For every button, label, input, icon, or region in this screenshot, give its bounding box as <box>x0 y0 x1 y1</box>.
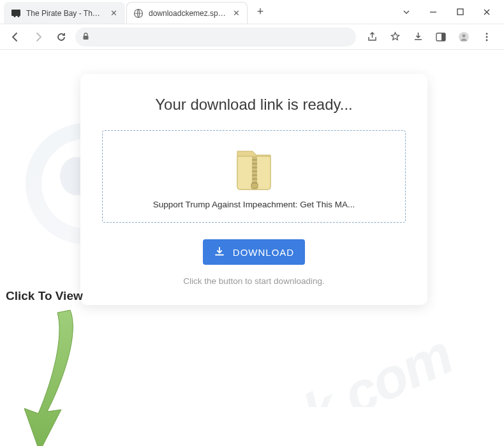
svg-rect-8 <box>441 33 445 41</box>
svg-text:isk.com: isk.com <box>253 322 461 407</box>
svg-rect-21 <box>252 163 257 165</box>
menu-icon[interactable] <box>480 30 494 44</box>
browser-titlebar: The Pirate Bay - The galaxy's mo... ✕ do… <box>0 0 504 24</box>
svg-rect-24 <box>252 174 257 176</box>
favicon-globe <box>133 8 144 19</box>
browser-toolbar <box>0 24 504 50</box>
svg-point-10 <box>462 34 465 37</box>
tab-strip: The Pirate Bay - The galaxy's mo... ✕ do… <box>0 0 389 24</box>
tab-download-page[interactable]: downloadckemez.space/9/?7fk8... ✕ <box>126 2 248 24</box>
lock-icon <box>82 32 90 42</box>
svg-rect-6 <box>84 36 89 40</box>
toolbar-actions <box>361 30 498 44</box>
download-icon[interactable] <box>411 30 425 44</box>
profile-icon[interactable] <box>457 30 471 44</box>
forward-button[interactable] <box>29 28 47 46</box>
close-icon[interactable]: ✕ <box>232 9 241 18</box>
download-card: Your download link is ready... Support <box>80 74 427 305</box>
svg-rect-23 <box>252 170 257 172</box>
share-icon[interactable] <box>365 30 379 44</box>
close-icon[interactable]: ✕ <box>109 9 118 18</box>
svg-point-1 <box>14 15 16 17</box>
download-button-label: DOWNLOAD <box>233 247 294 258</box>
svg-rect-0 <box>11 10 20 16</box>
star-icon[interactable] <box>388 30 402 44</box>
svg-point-12 <box>486 36 488 38</box>
tab-label: downloadckemez.space/9/?7fk8... <box>149 9 226 18</box>
page-content: isk.com PC Your download link is ready..… <box>0 50 504 446</box>
window-controls <box>389 0 504 24</box>
zip-folder-icon <box>235 145 273 191</box>
maximize-button[interactable] <box>452 4 468 20</box>
svg-point-2 <box>18 15 20 17</box>
file-name: Support Trump Against Impeachment: Get T… <box>115 200 392 209</box>
svg-point-11 <box>486 33 488 34</box>
tab-label: The Pirate Bay - The galaxy's mo... <box>26 9 104 18</box>
address-bar[interactable] <box>75 27 356 47</box>
close-window-button[interactable] <box>478 4 495 20</box>
file-box: Support Trump Against Impeachment: Get T… <box>102 130 406 223</box>
svg-rect-20 <box>252 159 257 161</box>
back-button[interactable] <box>6 28 24 46</box>
new-tab-button[interactable]: + <box>251 3 269 21</box>
favicon-pirate <box>11 8 21 19</box>
svg-rect-22 <box>252 167 257 168</box>
reload-button[interactable] <box>52 28 70 46</box>
download-button[interactable]: DOWNLOAD <box>203 239 305 265</box>
page-title: Your download link is ready... <box>102 96 406 114</box>
chevron-down-icon[interactable] <box>398 4 415 20</box>
minimize-button[interactable] <box>425 4 441 20</box>
download-hint: Click the button to start downloading. <box>102 276 406 286</box>
arrow-down-icon <box>20 306 87 446</box>
svg-rect-5 <box>457 9 463 15</box>
click-to-view-label: Click To View <box>6 289 83 303</box>
tab-pirate-bay[interactable]: The Pirate Bay - The galaxy's mo... ✕ <box>4 2 125 24</box>
sidepanel-icon[interactable] <box>434 30 448 44</box>
download-arrow-icon <box>214 246 225 259</box>
svg-rect-25 <box>252 178 257 180</box>
svg-point-13 <box>486 39 488 41</box>
svg-rect-27 <box>251 183 258 188</box>
